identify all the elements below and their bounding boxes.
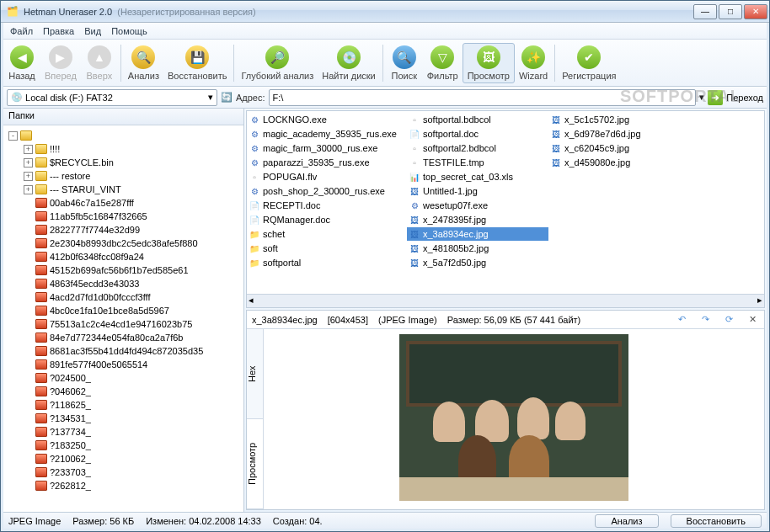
tree-item[interactable]: ?183250_ [7,439,243,452]
file-item[interactable]: 🖼x_2478395f.jpg [407,213,548,226]
file-item[interactable]: ▫TESTFILE.tmp [407,156,548,169]
file-item[interactable]: ⚙posh_shop_2_30000_rus.exe [247,184,407,198]
menu-help[interactable]: Помощь [111,26,147,36]
deep-analyze-button[interactable]: 🔎Глубокий анализ [237,44,318,82]
scroll-left-icon[interactable]: ◂ [249,295,254,307]
rotate-right-icon[interactable]: ↷ [698,313,712,327]
tree-item[interactable]: +$RECYCLE.bin [7,156,243,169]
file-item[interactable]: 📄RECEPTI.doc [247,199,407,212]
tree-item[interactable]: 4863f45ecdd3e43033 [7,277,243,290]
tree-item[interactable]: 891fe577f400e5065514 [7,358,243,371]
forward-button[interactable]: ▶Вперед [40,44,81,82]
file-item[interactable]: 🖼x_d459080e.jpg [548,156,683,169]
tree-item[interactable]: 4acd2d7fd1d0b0fcccf3fff [7,290,243,304]
up-button[interactable]: ▲Вверх [81,44,118,82]
status-recover-button[interactable]: Восстановить [671,514,762,528]
filter-button[interactable]: ▽Фильтр [423,44,463,82]
chevron-down-icon[interactable]: ▾ [699,92,704,103]
filter-icon: ▽ [430,45,454,69]
file-item[interactable]: ⚙magic_farm_30000_rus.exe [247,141,407,155]
go-button[interactable]: ➜ [708,90,723,105]
tree-item[interactable]: ?262812_ [7,479,243,492]
tree-item[interactable]: ?233703_ [7,466,243,479]
tree-item[interactable]: 11ab5fb5c16847f32665 [7,210,243,223]
address-field[interactable] [273,93,692,103]
tree-item[interactable]: +!!!! [7,142,243,156]
file-item[interactable]: ⚙magic_academy_35935_rus.exe [247,127,407,141]
search-button[interactable]: 🔍Поиск [386,44,423,82]
file-name: top_secret_cat_03.xls [423,172,513,182]
folder-icon [35,225,47,235]
refresh-preview-icon[interactable]: ⟳ [722,313,735,327]
file-item[interactable]: 🖼x_c62045c9.jpg [548,141,683,155]
tree-item[interactable]: ?024500_ [7,371,243,385]
expand-icon[interactable]: + [24,158,33,168]
tree-item[interactable]: ?134531_ [7,412,243,425]
status-analyze-button[interactable]: Анализ [595,514,658,528]
tree-item[interactable]: +--- STARUI_VINT [7,183,243,196]
file-item[interactable]: 🖼x_6d978e7d6d.jpg [548,127,683,141]
close-button[interactable]: ✕ [744,4,767,19]
drive-combo[interactable]: 💿 Local disk (F:) FAT32 ▾ [7,89,217,106]
tree-item[interactable]: 84e7d772344e054fa80ca2a7f6b [7,331,243,344]
expand-icon[interactable]: + [24,145,33,154]
expand-icon[interactable]: + [24,172,33,181]
analyze-button[interactable]: 🔍Анализ [124,44,163,82]
find-disks-button[interactable]: 💿Найти диски [318,44,379,82]
titlebar[interactable]: 🗂️ Hetman Uneraser 2.0 (Незарегистрирова… [1,1,769,23]
file-item[interactable]: 📄softportal.doc [407,127,548,141]
file-item[interactable]: ▫softportal.bdbcol [407,113,548,126]
tree-item[interactable]: 4bc0ce1fa10e1bce8a5d5967 [7,304,243,317]
expand-icon[interactable]: + [24,185,33,194]
file-icon: 📄 [249,200,260,211]
tab-preview[interactable]: Просмотр [247,419,263,509]
tree-item[interactable]: 45152b699afc56b6f1b7ed585e61 [7,263,243,277]
file-item[interactable]: 📁soft [247,242,407,255]
maximize-button[interactable]: □ [719,4,742,19]
file-item[interactable]: 📁schet [247,227,407,241]
file-item[interactable]: 🖼x_5a7f2d50.jpg [407,256,548,269]
preview-button[interactable]: 🖼Просмотр [463,43,515,83]
back-button[interactable]: ◀Назад [3,44,40,82]
file-item[interactable]: ▫POPUGAI.flv [247,170,407,184]
tree-item[interactable]: 8681ac3f55b41dd4fd494c872035d35 [7,344,243,358]
file-item[interactable]: 🖼Untitled-1.jpg [407,184,548,198]
tree-item[interactable]: 2e2304b8993dbc2c5edc38afe5f880 [7,237,243,250]
file-item[interactable]: ⚙LOCKNGO.exe [247,113,407,126]
tab-hex[interactable]: Hex [247,329,263,419]
minimize-button[interactable]: — [693,4,717,19]
tree-item[interactable]: ?118625_ [7,398,243,412]
close-preview-icon[interactable]: ✕ [746,313,759,327]
file-list[interactable]: ⚙LOCKNGO.exe⚙magic_academy_35935_rus.exe… [246,110,765,308]
folder-tree[interactable]: -+!!!!+$RECYCLE.bin+--- restore+--- STAR… [3,125,243,512]
tree-item[interactable]: ?137734_ [7,425,243,439]
recover-button[interactable]: 💾Восстановить [163,44,231,82]
tree-item[interactable]: +--- restore [7,169,243,183]
file-item[interactable]: 📊top_secret_cat_03.xls [407,170,548,184]
file-item[interactable]: 📄RQManager.doc [247,213,407,226]
tree-item[interactable]: 75513a1c2c4e4cd1e94716023b75 [7,317,243,331]
file-item[interactable]: ⚙paparazzi_35935_rus.exe [247,156,407,169]
scroll-right-icon[interactable]: ▸ [757,295,762,307]
address-input[interactable] [269,89,697,106]
horizontal-scrollbar[interactable]: ◂▸ [247,294,764,307]
refresh-icon[interactable]: 🔄 [221,92,233,103]
file-item[interactable]: 📁softportal [247,256,407,269]
file-item[interactable]: 🖼x_481805b2.jpg [407,242,548,255]
tree-item[interactable]: 00ab46c7a15e287fff [7,196,243,210]
tree-item[interactable]: 2822777f7744e32d99 [7,223,243,237]
tree-item[interactable]: ?046062_ [7,385,243,398]
file-item[interactable]: 🖼x_3a8934ec.jpg [407,227,548,241]
menu-view[interactable]: Вид [84,26,101,36]
file-item[interactable]: 🖼x_5c1c5702.jpg [548,113,683,126]
tree-item[interactable]: 412b0f6348fcc08f9a24 [7,250,243,263]
expand-icon[interactable]: - [8,131,18,141]
rotate-left-icon[interactable]: ↶ [675,313,688,327]
wizard-button[interactable]: ✨Wizard [515,44,552,82]
file-item[interactable]: ⚙wesetup07f.exe [407,199,548,212]
menu-file[interactable]: Файл [10,26,33,36]
tree-item[interactable]: ?210062_ [7,452,243,466]
file-item[interactable]: ▫softportal2.bdbcol [407,141,548,155]
menu-edit[interactable]: Правка [43,26,74,36]
register-button[interactable]: ✔Регистрация [558,44,620,82]
